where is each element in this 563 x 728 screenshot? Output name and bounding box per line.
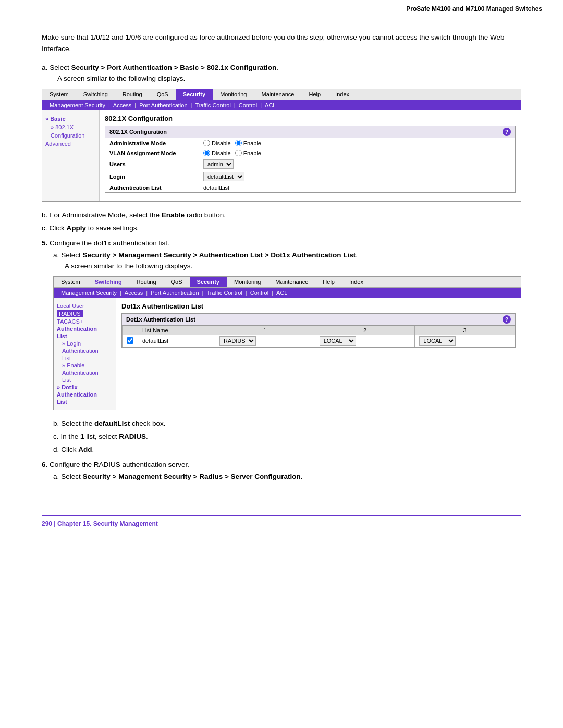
sidebar-login-auth-label[interactable]: Authentication [57, 347, 113, 354]
row-col1-cell: RADIUS LOCAL [215, 335, 315, 347]
step-a1-text: Select [50, 64, 71, 71]
config-section-title-2: Dot1x Authentication List [126, 316, 195, 323]
col3-select[interactable]: LOCAL RADIUS [419, 336, 456, 346]
subnav-control-2[interactable]: Control [247, 289, 272, 297]
step-b1-text: For Administrative Mode, select the [50, 211, 162, 219]
nav-switching-1[interactable]: Switching [76, 89, 115, 100]
step-a2-bold: Security > Management Security > Authent… [83, 251, 356, 259]
nav-help-2[interactable]: Help [315, 277, 342, 287]
nav-routing-1[interactable]: Routing [115, 89, 150, 100]
step-c1-bold: Apply [67, 224, 87, 232]
config-value-vlan: Disable Enable [199, 148, 515, 158]
subnav-access-1[interactable]: Access [110, 102, 134, 109]
nav-qos-1[interactable]: QoS [150, 89, 176, 100]
admin-disable-radio[interactable] [203, 140, 210, 146]
sidebar-dot1x-auth[interactable]: » Dot1x [57, 384, 113, 391]
config-row-users: Users admin [105, 158, 515, 170]
sidebar-basic-1[interactable]: » Basic [45, 115, 96, 123]
vlan-disable-radio[interactable] [203, 150, 210, 156]
sidebar-config-1[interactable]: Configuration [45, 131, 96, 140]
subnav-mgmt-1[interactable]: Management Security [46, 102, 108, 109]
config-section-header-1: 802.1X Configuration ? [105, 126, 515, 138]
vlan-disable-label: Disable [203, 150, 231, 156]
row-col3-cell: LOCAL RADIUS [415, 335, 515, 347]
step-b1-suffix: radio button. [185, 211, 226, 219]
col1-select[interactable]: RADIUS LOCAL [219, 336, 256, 346]
subnav-access-2[interactable]: Access [121, 289, 146, 297]
sidebar-localuser[interactable]: Local User [57, 302, 113, 310]
content-area-2: Local User RADIUS TACACS+ Authentication… [54, 298, 521, 410]
col-listname-header: List Name [138, 326, 215, 335]
subnav-mgmt-2[interactable]: Management Security [58, 289, 120, 297]
step-d2-text: Click [61, 446, 78, 453]
row-name-cell: defaultList [138, 335, 215, 347]
screenshot1: System Switching Routing QoS Security Mo… [42, 89, 521, 202]
sidebar-advanced-1[interactable]: Advanced [45, 140, 96, 148]
nav-routing-2[interactable]: Routing [129, 277, 164, 287]
page-header: ProSafe M4100 and M7100 Managed Switches [0, 0, 563, 16]
screen1-sub: A screen similar to the following displa… [57, 75, 521, 82]
step-c2-mid: list, select [84, 433, 119, 440]
nav-maintenance-1[interactable]: Maintenance [254, 89, 301, 100]
sidebar-auth-list[interactable]: List [57, 332, 113, 340]
sidebar-login-list[interactable]: List [57, 354, 113, 362]
subnav-control-1[interactable]: Control [236, 102, 260, 109]
sidebar-dot1x-list[interactable]: List [57, 398, 113, 405]
nav-system-1[interactable]: System [42, 89, 76, 100]
step-a1-suffix: . [276, 64, 278, 71]
step-a3-suffix: . [301, 473, 303, 480]
col2-select[interactable]: LOCAL RADIUS [320, 336, 356, 346]
step-d2-bold: Add [78, 446, 92, 453]
subnav-traffic-2[interactable]: Traffic Control [203, 289, 245, 297]
step-b1-prefix: b. [42, 211, 47, 219]
sidebar-tacacs[interactable]: TACACS+ [57, 318, 113, 325]
subnav-acl-2[interactable]: ACL [273, 289, 290, 297]
sidebar-radius[interactable]: RADIUS [57, 310, 83, 317]
config-row-authlist: Authentication List defaultList [105, 183, 515, 192]
nav-system-2[interactable]: System [54, 277, 88, 287]
sidebar-dot1x-auth-label[interactable]: Authentication [57, 391, 113, 398]
help-icon-1[interactable]: ? [503, 128, 511, 136]
config-label-authlist: Authentication List [105, 183, 199, 192]
nav-monitoring-1[interactable]: Monitoring [213, 89, 254, 100]
config-table-1: Administrative Mode Disable Enable VLAN … [105, 138, 515, 192]
sidebar-login-auth[interactable]: » Login [57, 340, 113, 347]
nav-bar-1: System Switching Routing QoS Security Mo… [42, 89, 521, 100]
sidebar-enable-auth-label[interactable]: Authentication [57, 369, 113, 376]
nav-help-1[interactable]: Help [301, 89, 328, 100]
nav-switching-2[interactable]: Switching [88, 277, 129, 287]
login-select[interactable]: defaultList [203, 172, 244, 181]
nav-security-2[interactable]: Security [190, 277, 227, 287]
subnav-portauth-2[interactable]: Port Authentication [148, 289, 202, 297]
sub-nav-bar-1: Management Security | Access | Port Auth… [42, 100, 521, 110]
nav-maintenance-2[interactable]: Maintenance [268, 277, 315, 287]
admin-enable-radio[interactable] [235, 140, 242, 146]
nav-index-2[interactable]: Index [342, 277, 371, 287]
step-a1-bold: Security > Port Authentication > Basic >… [71, 64, 277, 71]
sidebar-enable-auth[interactable]: » Enable [57, 362, 113, 369]
sidebar-8021x-1[interactable]: » 802.1X [45, 123, 96, 131]
main-panel-2: Dot1x Authentication List Dot1x Authenti… [116, 298, 521, 410]
subnav-traffic-1[interactable]: Traffic Control [192, 102, 234, 109]
nav-security-1[interactable]: Security [176, 89, 213, 100]
subnav-acl-1[interactable]: ACL [262, 102, 279, 109]
step-b2-prefix: b. [53, 419, 59, 427]
nav-index-1[interactable]: Index [328, 89, 357, 100]
step-b1: b.For Administrative Mode, select the En… [42, 211, 521, 219]
nav-monitoring-2[interactable]: Monitoring [227, 277, 268, 287]
sidebar-enable-list[interactable]: List [57, 376, 113, 384]
admin-disable-label: Disable [203, 140, 231, 146]
help-icon-2[interactable]: ? [503, 315, 511, 324]
vlan-enable-label: Enable [235, 150, 261, 156]
panel-title-2: Dot1x Authentication List [121, 302, 516, 310]
config-label-users: Users [105, 158, 199, 170]
vlan-radio-group: Disable Enable [203, 150, 511, 156]
users-select[interactable]: admin [203, 159, 234, 169]
sidebar-auth[interactable]: Authentication [57, 325, 113, 332]
nav-qos-2[interactable]: QoS [164, 277, 190, 287]
vlan-enable-radio[interactable] [235, 150, 242, 156]
admin-enable-label: Enable [235, 140, 261, 146]
defaultlist-checkbox[interactable] [127, 337, 133, 344]
subnav-portauth-1[interactable]: Port Authentication [136, 102, 190, 109]
step-a2-prefix: a. [53, 251, 59, 259]
